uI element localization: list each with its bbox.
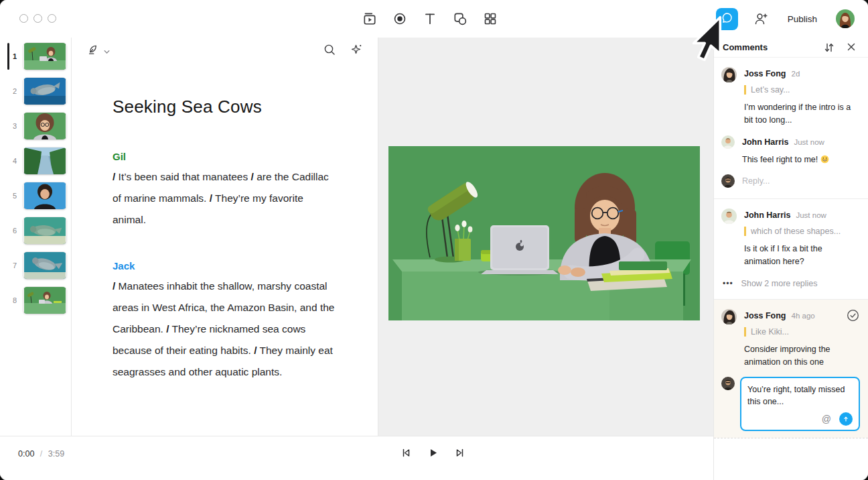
thread-divider-dashed [714,438,868,438]
media-player-button[interactable] [362,11,378,27]
script-block: Gil/ It’s been said that manatees / are … [113,151,338,231]
transport-controls [399,446,466,459]
comment-thread[interactable]: Joss Fong4h agoLike Kiki...Consider impr… [714,300,868,438]
ellipsis-icon: ••• [723,279,733,288]
script-toolbar [72,38,378,63]
speaker-label[interactable]: Jack [113,260,338,272]
comment-author: Joss Fong [744,69,786,78]
comment-text: Consider improving the animation on this… [744,343,859,369]
quoted-script-text: which of these shapes... [744,227,860,236]
quoted-script-text: Like Kiki... [744,327,860,337]
scene-thumbnail [23,252,66,279]
sparkle-icon [350,47,363,58]
scene-item-7[interactable]: 7 [0,252,71,279]
comments-panel: Comments Joss Fong2dLet’s say...I’m wond… [713,38,868,480]
scene-thumbnail [23,147,66,174]
scene-thumbnail [23,113,66,139]
comment: Joss Fong4h agoLike Kiki...Consider impr… [721,309,860,369]
chevron-down-icon [104,45,110,57]
scene-item-8[interactable]: 8 [0,287,71,314]
layout-grid-button[interactable] [482,11,498,27]
pause-marker: / [113,171,115,182]
record-icon [392,11,407,26]
comment-author: John Harris [744,211,790,220]
playback-bar: 0:00 / 3:59 [0,436,713,480]
shapes-icon [453,11,467,26]
play-button[interactable] [426,446,439,459]
reply-field[interactable]: Reply... [721,174,860,188]
reply-compose-row: You’re right, totally missed this one...… [721,377,860,430]
show-more-replies-button[interactable]: •••Show 2 more replies [723,279,860,288]
comments-title: Comments [723,42,768,52]
comment-text: This feel right to me! [742,154,857,166]
scene-item-3[interactable]: 3 [0,113,71,139]
sort-comments-button[interactable] [822,41,836,57]
scene-item-1[interactable]: 1 [0,43,71,70]
script-blocks: Gil/ It’s been said that manatees / are … [113,151,351,383]
scene-rail: 12345678 [0,38,72,436]
comment-timestamp: 4h ago [792,312,815,320]
current-user-avatar [721,377,735,390]
window-close-button[interactable] [19,14,28,23]
script-paragraph[interactable]: / It’s been said that manatees / are the… [113,166,338,231]
comment-timestamp: Just now [794,138,824,146]
scene-thumbnail [23,182,66,209]
comment: John HarrisJust nowThis feel right to me… [721,135,860,166]
send-reply-button[interactable] [839,412,853,426]
search-icon [323,47,336,58]
script-title[interactable]: Seeking Sea Cows [113,97,351,117]
quill-pen-icon [86,43,100,59]
window-zoom-button[interactable] [48,14,56,23]
pause-marker: / [166,323,169,335]
ai-actions-button[interactable] [350,43,363,59]
comment: John HarrisJust nowwhich of these shapes… [721,208,860,268]
resolve-thread-button[interactable] [847,309,859,324]
grinning-face-emoji [820,155,829,164]
script-panel: Seeking Sea Cows Gil/ It’s been said tha… [72,38,378,436]
shapes-button[interactable] [452,11,468,27]
scene-number: 1 [9,43,20,70]
record-button[interactable] [392,11,408,27]
mention-button[interactable]: @ [822,414,831,424]
scene-thumbnail [23,78,66,105]
pause-marker: / [254,345,257,356]
video-preview[interactable] [388,146,700,320]
commenter-avatar [721,309,737,324]
preview-canvas[interactable] [378,38,713,436]
comments-toggle-button[interactable] [716,8,738,30]
invite-collaborator-button[interactable] [753,11,769,27]
scene-number: 4 [9,147,20,174]
scene-number: 5 [9,182,20,209]
comment-thread[interactable]: Joss Fong2dLet’s say...I’m wondering if … [714,58,868,198]
time-display: 0:00 / 3:59 [18,449,64,459]
user-avatar[interactable] [836,9,855,28]
skip-to-end-button[interactable] [453,446,466,459]
scene-item-2[interactable]: 2 [0,78,71,105]
window-controls [19,14,56,23]
current-user-avatar [721,174,735,188]
pause-marker: / [113,280,115,292]
comment-bubble-icon [721,11,733,27]
speaker-label[interactable]: Gil [113,151,338,162]
scene-number: 8 [9,287,20,314]
comment-thread[interactable]: John HarrisJust nowwhich of these shapes… [714,199,868,299]
scene-item-5[interactable]: 5 [0,182,71,209]
more-replies-label: Show 2 more replies [741,279,818,288]
write-mode-button[interactable] [86,43,110,59]
window-minimize-button[interactable] [33,14,42,23]
person-add-icon [753,17,769,29]
pause-marker: / [210,192,212,204]
close-comments-button[interactable] [845,41,857,56]
reply-placeholder: Reply... [742,176,770,186]
skip-to-start-button[interactable] [399,446,413,459]
pause-marker: / [251,171,254,182]
scene-item-6[interactable]: 6 [0,217,71,244]
scene-number: 7 [9,252,20,279]
search-button[interactable] [323,43,336,59]
scene-number: 2 [9,78,20,105]
publish-button[interactable]: Publish [788,14,817,24]
scene-item-4[interactable]: 4 [0,147,71,174]
script-paragraph[interactable]: / Manatees inhabit the shallow, marshy c… [113,276,338,383]
text-tool-button[interactable] [422,11,438,27]
reply-input[interactable]: You’re right, totally missed this one...… [740,377,860,430]
